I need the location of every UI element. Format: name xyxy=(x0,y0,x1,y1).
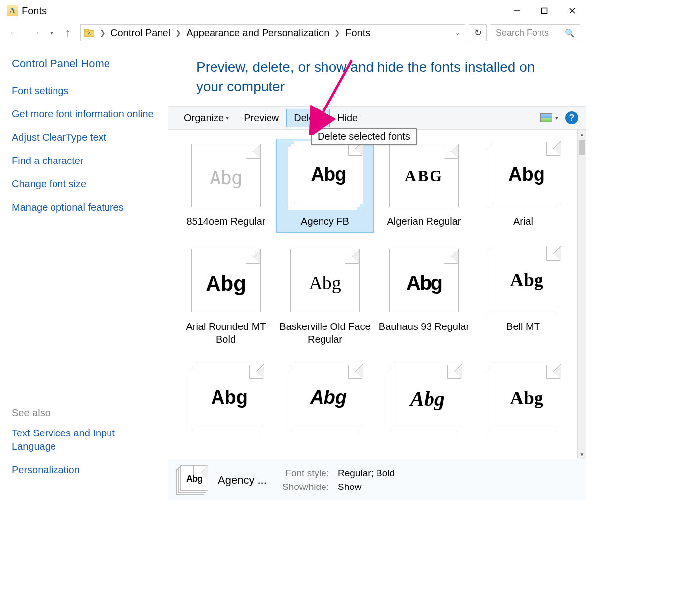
font-thumbnail: Abg xyxy=(486,141,560,210)
help-icon[interactable]: ? xyxy=(565,111,578,124)
address-dropdown-icon[interactable]: ⌄ xyxy=(451,25,465,41)
fonts-app-icon: A xyxy=(7,5,18,16)
breadcrumb-appearance[interactable]: Appearance and Personalization xyxy=(183,25,332,41)
main-area: Preview, delete, or show and hide the fo… xyxy=(168,44,586,500)
font-tile[interactable]: Abg xyxy=(475,362,572,443)
details-thumbnail: Abg xyxy=(176,465,208,495)
chevron-down-icon: ▾ xyxy=(226,114,229,121)
title-bar: A Fonts xyxy=(0,0,586,22)
font-thumbnail: Abg xyxy=(189,141,263,210)
window-title: Fonts xyxy=(22,5,47,17)
sidebar-link-font-settings[interactable]: Font settings xyxy=(12,84,157,98)
organize-button[interactable]: Organize ▾ xyxy=(176,109,236,127)
sidebar: Control Panel Home Font settings Get mor… xyxy=(0,44,168,500)
address-bar[interactable]: A ❯ Control Panel ❯ Appearance and Perso… xyxy=(80,24,465,41)
font-thumbnail: Abg xyxy=(486,246,560,315)
font-tile[interactable]: Abg8514oem Regular xyxy=(177,139,274,233)
font-thumbnail: Abg xyxy=(288,246,362,315)
delete-tooltip: Delete selected fonts xyxy=(311,128,417,145)
chevron-right-icon[interactable]: ❯ xyxy=(98,29,108,37)
details-font-name: Agency ... xyxy=(218,474,272,487)
sidebar-link-cleartype[interactable]: Adjust ClearType text xyxy=(12,131,157,144)
sidebar-link-optional-features[interactable]: Manage optional features xyxy=(12,201,157,214)
chevron-right-icon[interactable]: ❯ xyxy=(332,29,342,37)
see-also-personalization[interactable]: Personalization xyxy=(12,463,157,477)
font-tile-label: 8514oem Regular xyxy=(187,215,266,228)
breadcrumb-fonts[interactable]: Fonts xyxy=(342,25,373,41)
font-tile[interactable]: Abg xyxy=(276,362,374,443)
history-dropdown-icon[interactable]: ▾ xyxy=(48,29,55,36)
font-tile-label: Arial Rounded MT Bold xyxy=(180,320,271,346)
scroll-up-button[interactable]: ▲ xyxy=(578,130,586,139)
breadcrumb-control-panel[interactable]: Control Panel xyxy=(108,25,173,41)
details-pane: Abg Agency ... Font style: Regular; Bold… xyxy=(168,459,586,500)
chevron-right-icon[interactable]: ❯ xyxy=(173,29,183,37)
font-tile-label: Baskerville Old Face Regular xyxy=(279,320,371,346)
up-button[interactable]: ↑ xyxy=(59,24,76,41)
scroll-down-button[interactable]: ▼ xyxy=(578,450,586,459)
font-tile[interactable]: ABGAlgerian Regular xyxy=(376,139,473,233)
search-placeholder: Search Fonts xyxy=(496,28,565,38)
svg-rect-1 xyxy=(542,8,547,14)
back-button[interactable]: ← xyxy=(6,24,23,41)
navigation-row: ← → ▾ ↑ A ❯ Control Panel ❯ Appearance a… xyxy=(0,22,586,44)
delete-button[interactable]: Delete xyxy=(286,109,330,127)
font-thumbnail: Abg xyxy=(387,246,461,315)
search-input[interactable]: Search Fonts 🔍 xyxy=(491,24,580,41)
font-tile[interactable]: AbgAgency FB xyxy=(276,139,374,233)
font-tile-label: Bell MT xyxy=(506,320,540,333)
font-tile[interactable]: Abg xyxy=(177,362,274,443)
search-icon: 🔍 xyxy=(565,28,575,38)
details-show-hide-value: Show xyxy=(338,482,395,492)
font-thumbnail: Abg xyxy=(189,246,263,315)
font-thumbnail: Abg xyxy=(189,364,263,433)
font-thumbnail: Abg xyxy=(387,364,461,433)
font-tile-label: Agency FB xyxy=(301,215,349,228)
forward-button[interactable]: → xyxy=(27,24,44,41)
font-thumbnail: Abg xyxy=(288,364,362,433)
font-tile[interactable]: AbgBauhaus 93 Regular xyxy=(376,244,473,351)
font-tile-label: Arial xyxy=(513,215,533,228)
close-button[interactable] xyxy=(558,0,586,22)
font-grid: Abg8514oem RegularAbgAgency FBABGAlgeria… xyxy=(168,130,586,443)
font-thumbnail: Abg xyxy=(486,364,560,433)
details-font-style-value: Regular; Bold xyxy=(338,468,395,479)
sidebar-link-more-font-info[interactable]: Get more font information online xyxy=(12,108,157,121)
hide-button[interactable]: Hide xyxy=(330,109,365,127)
font-tile[interactable]: AbgBaskerville Old Face Regular xyxy=(276,244,374,351)
preview-button[interactable]: Preview xyxy=(236,109,286,127)
see-also-text-services[interactable]: Text Services and Input Language xyxy=(12,427,157,453)
vertical-scrollbar[interactable]: ▲ ▼ xyxy=(577,130,586,459)
view-options-button[interactable]: ▾ xyxy=(540,113,558,122)
svg-text:A: A xyxy=(87,31,91,36)
font-tile[interactable]: AbgBell MT xyxy=(475,244,572,351)
sidebar-link-find-character[interactable]: Find a character xyxy=(12,154,157,167)
chevron-down-icon: ▾ xyxy=(555,114,558,121)
see-also-header: See also xyxy=(12,407,157,419)
font-tile-label: Algerian Regular xyxy=(387,215,461,228)
font-thumbnail: Abg xyxy=(288,141,362,210)
font-tile[interactable]: AbgArial Rounded MT Bold xyxy=(177,244,274,351)
minimize-button[interactable] xyxy=(503,0,531,22)
font-tile-label: Bauhaus 93 Regular xyxy=(379,320,469,333)
window-controls xyxy=(503,0,586,22)
scroll-thumb[interactable] xyxy=(579,140,585,155)
folder-icon: A xyxy=(83,29,96,37)
font-tile[interactable]: AbgArial xyxy=(475,139,572,233)
page-heading: Preview, delete, or show and hide the fo… xyxy=(168,44,586,106)
details-show-hide-label: Show/hide: xyxy=(282,482,329,492)
toolbar: Organize ▾ Preview Delete Hide ▾ ? Delet… xyxy=(168,106,586,130)
view-icon xyxy=(540,113,552,122)
refresh-button[interactable]: ↻ xyxy=(469,24,487,41)
sidebar-link-font-size[interactable]: Change font size xyxy=(12,177,157,191)
font-thumbnail: ABG xyxy=(387,141,461,210)
control-panel-home-link[interactable]: Control Panel Home xyxy=(12,57,157,70)
font-grid-container: Abg8514oem RegularAbgAgency FBABGAlgeria… xyxy=(168,130,586,459)
maximize-button[interactable] xyxy=(531,0,558,22)
details-font-style-label: Font style: xyxy=(282,468,329,479)
font-tile[interactable]: Abg xyxy=(376,362,473,443)
